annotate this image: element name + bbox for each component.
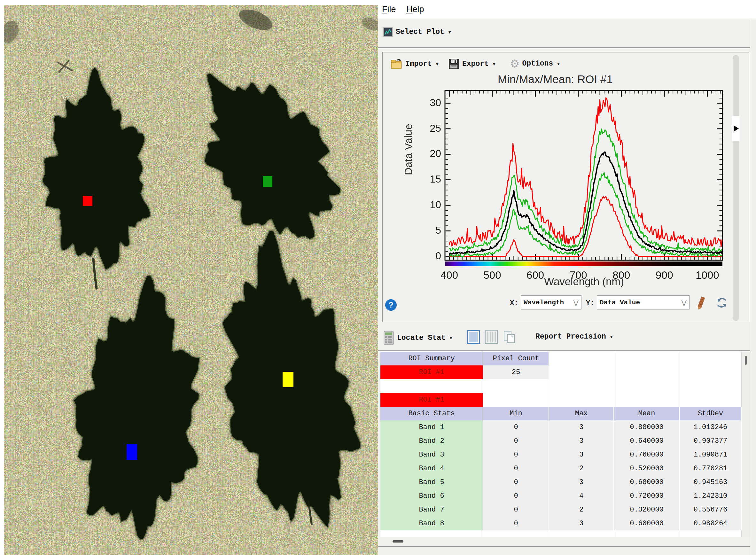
bottom-separator (378, 546, 756, 547)
band-name-cell[interactable]: Band 3 (381, 448, 483, 462)
roi-marker-blue[interactable] (127, 444, 137, 460)
table-cell[interactable] (549, 366, 614, 379)
band-mean-cell[interactable]: 0.320000 (614, 503, 680, 517)
roi-section-header-cell[interactable]: ROI #1 (381, 393, 483, 407)
band-mean-cell[interactable]: 0.720000 (614, 489, 680, 503)
table-cell[interactable] (680, 366, 742, 379)
table-cell[interactable] (680, 352, 742, 366)
report-table-icon[interactable] (485, 330, 498, 344)
band-name-cell[interactable]: Band 7 (381, 503, 483, 517)
band-max-cell[interactable]: 4 (549, 489, 614, 503)
band-name-cell[interactable]: Band 5 (381, 475, 483, 489)
table-cell[interactable] (381, 379, 483, 393)
band-stddev-cell[interactable]: 1.090871 (680, 448, 742, 462)
band-name-cell[interactable]: Band 8 (381, 517, 483, 530)
options-button[interactable]: ⚙ Options ▼ (510, 58, 561, 69)
band-min-cell[interactable]: 0 (483, 434, 549, 448)
panel-splitter-track[interactable] (733, 55, 739, 321)
splitter-grip[interactable] (393, 540, 403, 543)
roi-marker-red[interactable] (83, 196, 92, 206)
band-min-cell[interactable]: 0 (483, 448, 549, 462)
table-cell[interactable] (680, 379, 742, 393)
band-mean-cell[interactable]: 0.760000 (614, 448, 680, 462)
menu-file[interactable]: File (382, 4, 396, 14)
table-cell[interactable] (381, 530, 483, 537)
band-max-cell[interactable]: 2 (549, 503, 614, 517)
table-scrollbar-thumb[interactable] (745, 356, 747, 365)
select-plot-button[interactable]: Select Plot ▼ (383, 27, 452, 37)
stats-col-header-stddev[interactable]: StdDev (680, 407, 742, 420)
export-button[interactable]: Export ▼ (448, 58, 496, 70)
band-max-cell[interactable]: 3 (549, 475, 614, 489)
help-icon[interactable]: ? (385, 299, 397, 311)
roi-statistics-window: File Help Select Plot ▼ Import ▼ Export … (378, 0, 756, 555)
roi-name-cell[interactable]: ROI #1 (381, 366, 483, 379)
col-header-roi-summary[interactable]: ROI Summary (381, 352, 483, 366)
band-stddev-cell[interactable]: 0.770281 (680, 462, 742, 475)
import-button[interactable]: Import ▼ (391, 58, 440, 70)
band-mean-cell[interactable]: 0.640000 (614, 434, 680, 448)
band-max-cell[interactable]: 3 (549, 517, 614, 530)
band-mean-cell[interactable]: 0.880000 (614, 420, 680, 434)
roi-marker-yellow[interactable] (282, 372, 294, 387)
refresh-icon[interactable] (715, 296, 728, 309)
band-min-cell[interactable]: 0 (483, 517, 549, 530)
band-mean-cell[interactable]: 0.520000 (614, 462, 680, 475)
leaf-image-canvas[interactable] (0, 0, 378, 555)
table-cell[interactable] (483, 530, 549, 537)
show-stats-toggle-icon[interactable] (467, 330, 480, 344)
band-max-cell[interactable]: 3 (549, 448, 614, 462)
band-stddev-cell[interactable]: 1.242310 (680, 489, 742, 503)
stats-col-header-basic-stats[interactable]: Basic Stats (381, 407, 483, 420)
table-cell[interactable] (549, 352, 614, 366)
table-scrollbar-track[interactable] (742, 352, 750, 537)
copy-icon[interactable] (503, 330, 516, 344)
table-cell[interactable] (549, 393, 614, 407)
stats-col-header-min[interactable]: Min (483, 407, 549, 420)
table-cell[interactable] (483, 379, 549, 393)
x-axis-select[interactable]: Wavelength ⋁ (521, 295, 581, 309)
band-stddev-cell[interactable]: 1.013246 (680, 420, 742, 434)
caret-down-icon: ▼ (556, 61, 561, 66)
table-cell[interactable] (614, 352, 680, 366)
band-mean-cell[interactable]: 0.680000 (614, 517, 680, 530)
table-cell[interactable] (549, 530, 614, 537)
locate-stat-button[interactable]: Locate Stat ▼ (383, 331, 453, 345)
band-max-cell[interactable]: 2 (549, 462, 614, 475)
pencil-annotate-icon[interactable] (695, 295, 707, 311)
col-header-pixel-count[interactable]: Pixel Count (483, 352, 549, 366)
table-cell[interactable] (680, 530, 742, 537)
menu-help[interactable]: Help (406, 4, 424, 14)
stats-col-header-max[interactable]: Max (549, 407, 614, 420)
band-min-cell[interactable]: 0 (483, 503, 549, 517)
band-max-cell[interactable]: 3 (549, 420, 614, 434)
band-min-cell[interactable]: 0 (483, 489, 549, 503)
gear-icon: ⚙ (510, 58, 520, 69)
band-stddev-cell[interactable]: 0.907377 (680, 434, 742, 448)
stats-col-header-mean[interactable]: Mean (614, 407, 680, 420)
table-cell[interactable] (614, 530, 680, 537)
band-stddev-cell[interactable]: 0.988264 (680, 517, 742, 530)
band-max-cell[interactable]: 3 (549, 434, 614, 448)
table-cell[interactable] (614, 379, 680, 393)
pixel-count-cell[interactable]: 25 (483, 366, 549, 379)
expand-right-arrow-icon[interactable] (733, 125, 739, 132)
band-min-cell[interactable]: 0 (483, 462, 549, 475)
table-cell[interactable] (549, 379, 614, 393)
band-name-cell[interactable]: Band 2 (381, 434, 483, 448)
band-name-cell[interactable]: Band 4 (381, 462, 483, 475)
band-mean-cell[interactable]: 0.680000 (614, 475, 680, 489)
table-cell[interactable] (614, 393, 680, 407)
band-name-cell[interactable]: Band 6 (381, 489, 483, 503)
band-min-cell[interactable]: 0 (483, 475, 549, 489)
y-axis-select[interactable]: Data Value ⋁ (597, 295, 690, 309)
band-min-cell[interactable]: 0 (483, 420, 549, 434)
table-cell[interactable] (614, 366, 680, 379)
roi-marker-green[interactable] (263, 176, 272, 187)
band-stddev-cell[interactable]: 0.556776 (680, 503, 742, 517)
table-cell[interactable] (483, 393, 549, 407)
band-name-cell[interactable]: Band 1 (381, 420, 483, 434)
band-stddev-cell[interactable]: 0.945163 (680, 475, 742, 489)
report-precision-button[interactable]: Report Precision ▼ (535, 333, 614, 341)
table-cell[interactable] (680, 393, 742, 407)
